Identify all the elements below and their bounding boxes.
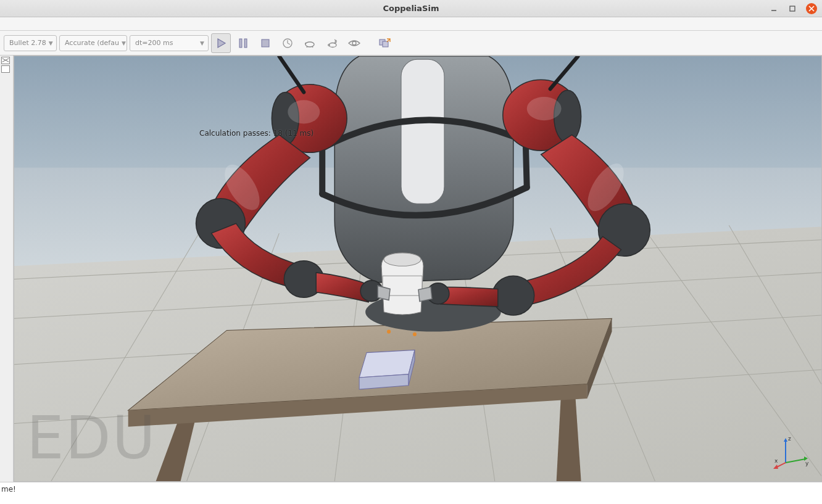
gutter-close-box[interactable]: [1, 57, 10, 64]
pause-icon: [237, 37, 249, 49]
rabbit-icon: [325, 37, 339, 49]
svg-point-16: [352, 41, 356, 45]
svg-rect-49: [401, 59, 444, 204]
play-button[interactable]: [211, 33, 231, 53]
left-gutter: [0, 56, 14, 482]
svg-marker-44: [359, 350, 415, 378]
svg-marker-4: [218, 39, 225, 48]
dynamics-mode-value: Accurate (defau: [65, 39, 119, 47]
svg-point-60: [554, 90, 581, 143]
svg-point-66: [527, 97, 562, 120]
calculation-overlay: Calculation passes: 18 (11 ms): [199, 129, 313, 138]
timestep-dropdown[interactable]: dt=200 ms ▼: [130, 35, 209, 51]
page-selector-button[interactable]: [375, 33, 395, 53]
maximize-button[interactable]: [787, 4, 797, 14]
minimize-button[interactable]: [769, 4, 779, 14]
window-title: CoppeliaSim: [0, 4, 822, 13]
turtle-icon: [303, 37, 317, 49]
play-icon: [215, 37, 227, 49]
dynamics-mode-dropdown[interactable]: Accurate (defau ▼: [59, 35, 127, 51]
close-button[interactable]: [806, 3, 817, 14]
chevron-down-icon: ▼: [49, 40, 53, 46]
maximize-icon: [789, 5, 796, 12]
stop-icon: [259, 37, 272, 49]
main-area: Calculation passes: 18 (11 ms) EDU z y x: [0, 56, 822, 482]
eye-icon: [347, 37, 361, 49]
axis-gizmo: z y x: [773, 433, 810, 470]
svg-marker-20: [784, 438, 787, 442]
page-selector-icon: [378, 37, 392, 49]
visualize-button[interactable]: [344, 33, 364, 53]
svg-rect-6: [244, 39, 247, 48]
minimize-icon: [770, 5, 778, 12]
speed-up-button[interactable]: [322, 33, 342, 53]
toolbar: Bullet 2.78 ▼ Accurate (defau ▼ dt=200 m…: [0, 31, 822, 56]
window-controls: [769, 3, 817, 14]
physics-engine-value: Bullet 2.78: [9, 39, 46, 47]
axis-z-label: z: [788, 436, 791, 442]
realtime-button[interactable]: [278, 33, 297, 53]
axis-y-label: y: [805, 460, 809, 466]
svg-rect-18: [383, 41, 388, 47]
menubar: [0, 17, 822, 31]
chevron-down-icon: ▼: [122, 40, 126, 46]
clock-icon: [281, 37, 294, 49]
axis-x-label: x: [774, 458, 778, 464]
svg-point-48: [413, 333, 417, 336]
chevron-down-icon: ▼: [200, 40, 204, 46]
svg-rect-1: [790, 6, 795, 11]
physics-engine-dropdown[interactable]: Bullet 2.78 ▼: [4, 35, 57, 51]
svg-rect-5: [239, 39, 242, 48]
slow-down-button[interactable]: [300, 33, 320, 53]
scene-render: [14, 56, 821, 481]
svg-point-63: [492, 276, 534, 315]
status-message: me!: [1, 485, 16, 494]
timestep-value: dt=200 ms: [135, 39, 173, 47]
svg-line-10: [288, 43, 290, 44]
svg-marker-24: [773, 465, 778, 469]
stop-button[interactable]: [255, 33, 275, 53]
close-icon: [808, 6, 815, 12]
gutter-box[interactable]: [1, 65, 10, 73]
svg-point-11: [305, 42, 314, 47]
window-titlebar: CoppeliaSim: [0, 0, 822, 17]
svg-rect-7: [262, 39, 269, 47]
svg-line-21: [786, 459, 805, 463]
svg-point-47: [387, 329, 391, 333]
statusbar: me!: [0, 482, 822, 504]
viewport-3d[interactable]: Calculation passes: 18 (11 ms) EDU z y x: [14, 56, 822, 482]
svg-point-65: [288, 100, 320, 123]
svg-point-51: [384, 253, 421, 266]
pause-button[interactable]: [233, 33, 253, 53]
